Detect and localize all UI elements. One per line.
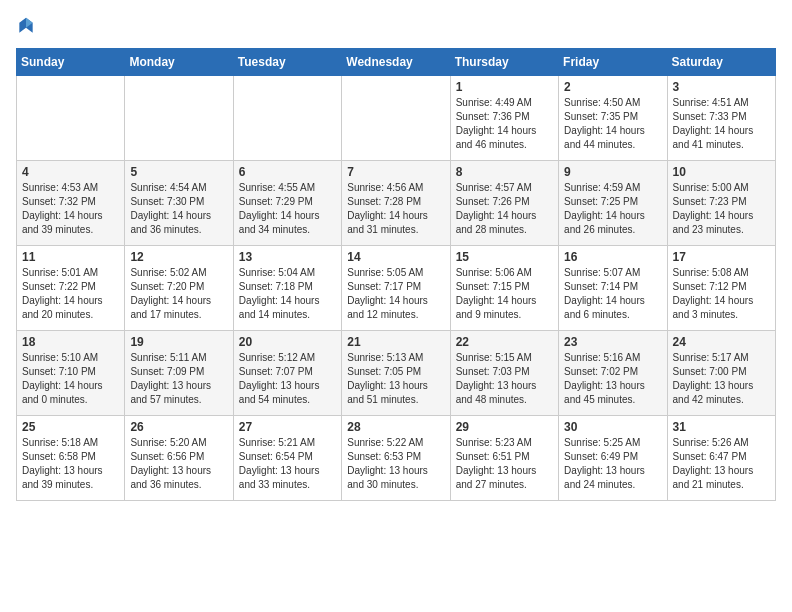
calendar-cell <box>17 76 125 161</box>
calendar-cell: 3Sunrise: 4:51 AM Sunset: 7:33 PM Daylig… <box>667 76 775 161</box>
day-number: 28 <box>347 420 444 434</box>
day-number: 14 <box>347 250 444 264</box>
day-info: Sunrise: 4:59 AM Sunset: 7:25 PM Dayligh… <box>564 181 661 237</box>
day-info: Sunrise: 5:10 AM Sunset: 7:10 PM Dayligh… <box>22 351 119 407</box>
weekday-header-saturday: Saturday <box>667 49 775 76</box>
calendar-cell: 22Sunrise: 5:15 AM Sunset: 7:03 PM Dayli… <box>450 331 558 416</box>
calendar-week-row: 1Sunrise: 4:49 AM Sunset: 7:36 PM Daylig… <box>17 76 776 161</box>
calendar-cell: 23Sunrise: 5:16 AM Sunset: 7:02 PM Dayli… <box>559 331 667 416</box>
weekday-header-tuesday: Tuesday <box>233 49 341 76</box>
logo <box>16 16 40 36</box>
calendar-cell: 9Sunrise: 4:59 AM Sunset: 7:25 PM Daylig… <box>559 161 667 246</box>
day-number: 13 <box>239 250 336 264</box>
calendar-cell: 17Sunrise: 5:08 AM Sunset: 7:12 PM Dayli… <box>667 246 775 331</box>
day-number: 6 <box>239 165 336 179</box>
calendar-cell: 19Sunrise: 5:11 AM Sunset: 7:09 PM Dayli… <box>125 331 233 416</box>
day-number: 9 <box>564 165 661 179</box>
calendar-cell: 2Sunrise: 4:50 AM Sunset: 7:35 PM Daylig… <box>559 76 667 161</box>
calendar-week-row: 4Sunrise: 4:53 AM Sunset: 7:32 PM Daylig… <box>17 161 776 246</box>
calendar-table: SundayMondayTuesdayWednesdayThursdayFrid… <box>16 48 776 501</box>
day-info: Sunrise: 5:18 AM Sunset: 6:58 PM Dayligh… <box>22 436 119 492</box>
day-info: Sunrise: 4:55 AM Sunset: 7:29 PM Dayligh… <box>239 181 336 237</box>
calendar-cell: 8Sunrise: 4:57 AM Sunset: 7:26 PM Daylig… <box>450 161 558 246</box>
day-number: 29 <box>456 420 553 434</box>
day-info: Sunrise: 5:21 AM Sunset: 6:54 PM Dayligh… <box>239 436 336 492</box>
day-number: 17 <box>673 250 770 264</box>
calendar-cell: 26Sunrise: 5:20 AM Sunset: 6:56 PM Dayli… <box>125 416 233 501</box>
day-info: Sunrise: 4:57 AM Sunset: 7:26 PM Dayligh… <box>456 181 553 237</box>
day-number: 8 <box>456 165 553 179</box>
calendar-week-row: 18Sunrise: 5:10 AM Sunset: 7:10 PM Dayli… <box>17 331 776 416</box>
day-number: 10 <box>673 165 770 179</box>
day-number: 7 <box>347 165 444 179</box>
calendar-cell: 25Sunrise: 5:18 AM Sunset: 6:58 PM Dayli… <box>17 416 125 501</box>
day-number: 21 <box>347 335 444 349</box>
calendar-cell: 14Sunrise: 5:05 AM Sunset: 7:17 PM Dayli… <box>342 246 450 331</box>
day-number: 23 <box>564 335 661 349</box>
day-number: 31 <box>673 420 770 434</box>
logo-icon <box>16 16 36 36</box>
weekday-header-wednesday: Wednesday <box>342 49 450 76</box>
calendar-cell <box>342 76 450 161</box>
calendar-cell: 10Sunrise: 5:00 AM Sunset: 7:23 PM Dayli… <box>667 161 775 246</box>
day-info: Sunrise: 5:06 AM Sunset: 7:15 PM Dayligh… <box>456 266 553 322</box>
day-info: Sunrise: 5:04 AM Sunset: 7:18 PM Dayligh… <box>239 266 336 322</box>
day-info: Sunrise: 5:26 AM Sunset: 6:47 PM Dayligh… <box>673 436 770 492</box>
day-number: 22 <box>456 335 553 349</box>
day-info: Sunrise: 4:56 AM Sunset: 7:28 PM Dayligh… <box>347 181 444 237</box>
calendar-cell: 18Sunrise: 5:10 AM Sunset: 7:10 PM Dayli… <box>17 331 125 416</box>
calendar-cell: 21Sunrise: 5:13 AM Sunset: 7:05 PM Dayli… <box>342 331 450 416</box>
calendar-cell: 20Sunrise: 5:12 AM Sunset: 7:07 PM Dayli… <box>233 331 341 416</box>
calendar-cell: 5Sunrise: 4:54 AM Sunset: 7:30 PM Daylig… <box>125 161 233 246</box>
calendar-cell: 1Sunrise: 4:49 AM Sunset: 7:36 PM Daylig… <box>450 76 558 161</box>
day-info: Sunrise: 5:12 AM Sunset: 7:07 PM Dayligh… <box>239 351 336 407</box>
day-number: 5 <box>130 165 227 179</box>
day-info: Sunrise: 5:01 AM Sunset: 7:22 PM Dayligh… <box>22 266 119 322</box>
day-number: 1 <box>456 80 553 94</box>
day-info: Sunrise: 4:54 AM Sunset: 7:30 PM Dayligh… <box>130 181 227 237</box>
weekday-header-monday: Monday <box>125 49 233 76</box>
day-info: Sunrise: 5:25 AM Sunset: 6:49 PM Dayligh… <box>564 436 661 492</box>
day-info: Sunrise: 5:00 AM Sunset: 7:23 PM Dayligh… <box>673 181 770 237</box>
calendar-week-row: 25Sunrise: 5:18 AM Sunset: 6:58 PM Dayli… <box>17 416 776 501</box>
weekday-header-row: SundayMondayTuesdayWednesdayThursdayFrid… <box>17 49 776 76</box>
day-number: 18 <box>22 335 119 349</box>
weekday-header-thursday: Thursday <box>450 49 558 76</box>
day-info: Sunrise: 4:51 AM Sunset: 7:33 PM Dayligh… <box>673 96 770 152</box>
day-number: 11 <box>22 250 119 264</box>
day-info: Sunrise: 5:05 AM Sunset: 7:17 PM Dayligh… <box>347 266 444 322</box>
day-info: Sunrise: 4:53 AM Sunset: 7:32 PM Dayligh… <box>22 181 119 237</box>
day-info: Sunrise: 5:08 AM Sunset: 7:12 PM Dayligh… <box>673 266 770 322</box>
calendar-cell: 27Sunrise: 5:21 AM Sunset: 6:54 PM Dayli… <box>233 416 341 501</box>
calendar-cell: 29Sunrise: 5:23 AM Sunset: 6:51 PM Dayli… <box>450 416 558 501</box>
day-number: 16 <box>564 250 661 264</box>
day-number: 4 <box>22 165 119 179</box>
page-header <box>16 16 776 36</box>
day-number: 12 <box>130 250 227 264</box>
day-info: Sunrise: 4:49 AM Sunset: 7:36 PM Dayligh… <box>456 96 553 152</box>
day-info: Sunrise: 5:23 AM Sunset: 6:51 PM Dayligh… <box>456 436 553 492</box>
calendar-cell: 7Sunrise: 4:56 AM Sunset: 7:28 PM Daylig… <box>342 161 450 246</box>
day-number: 15 <box>456 250 553 264</box>
calendar-cell: 24Sunrise: 5:17 AM Sunset: 7:00 PM Dayli… <box>667 331 775 416</box>
day-number: 30 <box>564 420 661 434</box>
calendar-cell: 4Sunrise: 4:53 AM Sunset: 7:32 PM Daylig… <box>17 161 125 246</box>
day-info: Sunrise: 5:17 AM Sunset: 7:00 PM Dayligh… <box>673 351 770 407</box>
day-info: Sunrise: 5:15 AM Sunset: 7:03 PM Dayligh… <box>456 351 553 407</box>
calendar-cell: 6Sunrise: 4:55 AM Sunset: 7:29 PM Daylig… <box>233 161 341 246</box>
day-info: Sunrise: 5:11 AM Sunset: 7:09 PM Dayligh… <box>130 351 227 407</box>
day-number: 2 <box>564 80 661 94</box>
day-info: Sunrise: 5:07 AM Sunset: 7:14 PM Dayligh… <box>564 266 661 322</box>
day-number: 27 <box>239 420 336 434</box>
calendar-cell: 15Sunrise: 5:06 AM Sunset: 7:15 PM Dayli… <box>450 246 558 331</box>
day-number: 26 <box>130 420 227 434</box>
calendar-cell: 28Sunrise: 5:22 AM Sunset: 6:53 PM Dayli… <box>342 416 450 501</box>
day-info: Sunrise: 5:02 AM Sunset: 7:20 PM Dayligh… <box>130 266 227 322</box>
calendar-cell: 12Sunrise: 5:02 AM Sunset: 7:20 PM Dayli… <box>125 246 233 331</box>
calendar-cell: 30Sunrise: 5:25 AM Sunset: 6:49 PM Dayli… <box>559 416 667 501</box>
day-number: 19 <box>130 335 227 349</box>
day-number: 24 <box>673 335 770 349</box>
day-info: Sunrise: 4:50 AM Sunset: 7:35 PM Dayligh… <box>564 96 661 152</box>
calendar-cell <box>233 76 341 161</box>
calendar-cell: 13Sunrise: 5:04 AM Sunset: 7:18 PM Dayli… <box>233 246 341 331</box>
